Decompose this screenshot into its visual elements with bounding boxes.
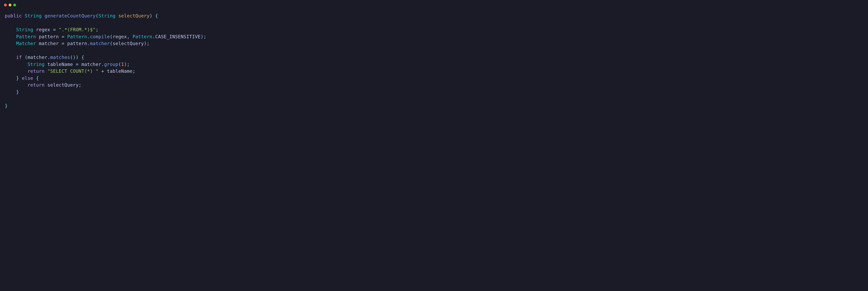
variable: selectQuery: [47, 83, 79, 88]
method-call: matcher: [90, 41, 110, 46]
brace: }: [16, 75, 19, 81]
code-line: public String generateCountQuery(String …: [5, 13, 158, 19]
code-line: if (matcher.matches()) {: [5, 55, 84, 60]
paren: ): [150, 13, 152, 19]
code-line: String regex = ".*(FROM.*)$";: [5, 27, 98, 32]
semicolon: ;: [96, 27, 98, 32]
code-line: return selectQuery;: [5, 83, 82, 88]
code-line: Matcher matcher = pattern.matcher(select…: [5, 41, 150, 46]
code-line: }: [5, 103, 8, 108]
variable: regex: [36, 27, 50, 32]
method-call: compile: [90, 34, 110, 39]
brace: }: [16, 89, 19, 95]
variable: tableName: [107, 69, 132, 74]
keyword-return: return: [28, 69, 44, 74]
operator: =: [59, 34, 67, 39]
class-ref: Pattern: [132, 34, 152, 39]
arg: regex: [113, 34, 127, 39]
method-call: group: [104, 62, 118, 67]
brace: }: [5, 103, 8, 108]
minimize-button[interactable]: [9, 4, 11, 6]
string-literal: "SELECT COUNT(*) ": [47, 69, 98, 74]
brace: {: [33, 75, 39, 81]
type: String: [28, 62, 44, 67]
editor-window: public String generateCountQuery(String …: [0, 0, 868, 291]
object: pattern: [67, 41, 87, 46]
method-name: generateCountQuery: [44, 13, 96, 19]
paren: (: [96, 13, 98, 19]
operator: =: [50, 27, 59, 32]
operator: +: [98, 69, 107, 74]
code-line: String tableName = matcher.group(1);: [5, 62, 130, 67]
code-line: }: [5, 89, 19, 95]
param-name: selectQuery: [118, 13, 150, 19]
window-titlebar: [0, 0, 868, 10]
param-type: String: [98, 13, 116, 19]
arg: selectQuery: [113, 41, 144, 46]
code-line: } else {: [5, 75, 39, 81]
code-line: return "SELECT COUNT(*) " + tableName;: [5, 69, 135, 74]
variable: matcher: [39, 41, 59, 46]
type: String: [16, 27, 33, 32]
class-ref: Pattern: [67, 34, 87, 39]
type-string: String: [25, 13, 42, 19]
keyword-return: return: [28, 83, 44, 88]
keyword-public: public: [5, 13, 22, 19]
keyword-else: else: [22, 75, 33, 81]
brace: {: [152, 13, 158, 19]
code-line: Pattern pattern = Pattern.compile(regex,…: [5, 34, 206, 39]
variable: tableName: [47, 62, 73, 67]
type: Matcher: [16, 41, 36, 46]
object: matcher: [82, 62, 101, 67]
close-button[interactable]: [4, 4, 7, 6]
constant: CASE_INSENSITIVE: [155, 34, 200, 39]
code-editor[interactable]: public String generateCountQuery(String …: [0, 10, 868, 115]
method-call: matches: [50, 55, 70, 60]
number-literal: 1: [121, 62, 124, 67]
object: matcher: [28, 55, 47, 60]
type: Pattern: [16, 34, 36, 39]
maximize-button[interactable]: [13, 4, 16, 6]
keyword-if: if: [16, 55, 22, 60]
string-literal: ".*(FROM.*)$": [59, 27, 96, 32]
variable: pattern: [39, 34, 59, 39]
